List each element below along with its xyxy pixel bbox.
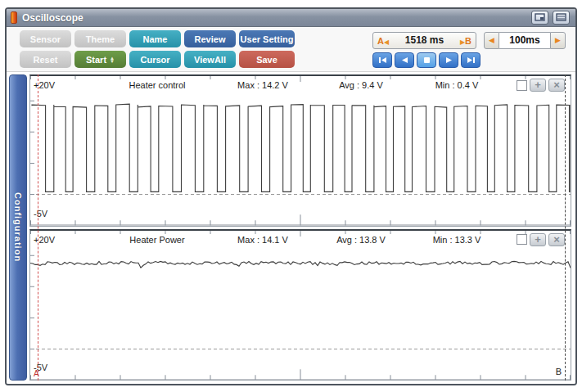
- vmax-label: +20V: [34, 80, 101, 90]
- ab-range-display[interactable]: A◀ 1518 ms ▶B: [372, 32, 476, 49]
- toolbar-button-grid: Sensor Theme Name Review User Setting Re…: [20, 30, 295, 68]
- skip-to-start-button[interactable]: [372, 52, 392, 68]
- timebase-increase-button[interactable]: ▶: [550, 32, 566, 49]
- minimize-window-button[interactable]: [553, 11, 570, 25]
- vmin-label: -5V: [34, 209, 47, 219]
- theme-button[interactable]: Theme: [74, 30, 126, 47]
- channel-name: Heater control: [101, 80, 214, 90]
- app-flame-icon: [11, 11, 17, 24]
- cursor-a-marker: A: [34, 369, 39, 378]
- step-right-icon: ▶: [555, 36, 561, 44]
- channel-name: Heater Power: [101, 235, 214, 245]
- close-channel-button[interactable]: ×: [548, 79, 565, 92]
- add-channel-button[interactable]: +: [530, 79, 546, 92]
- restore-window-button[interactable]: [531, 11, 548, 25]
- close-channel-button[interactable]: ×: [548, 233, 565, 246]
- toolbar: Sensor Theme Name Review User Setting Re…: [7, 27, 575, 72]
- avg-readout: Avg : 13.8 V: [312, 235, 410, 245]
- panel-header: +20V Heater control Max : 14.2 V Avg : 9…: [30, 76, 571, 92]
- play-button[interactable]: [439, 52, 458, 68]
- sensor-button[interactable]: Sensor: [20, 30, 71, 47]
- avg-readout: Avg : 9.4 V: [312, 80, 410, 90]
- vmax-label: +20V: [34, 235, 101, 245]
- channel-select-checkbox[interactable]: [517, 234, 527, 245]
- viewall-button[interactable]: ViewAll: [184, 51, 236, 68]
- reset-button[interactable]: Reset: [20, 51, 71, 68]
- time-controls: A◀ 1518 ms ▶B ◀ 100ms ▶: [372, 31, 566, 68]
- start-button[interactable]: Start ▲▼: [74, 51, 126, 68]
- start-button-label: Start: [86, 55, 106, 65]
- ab-range-value: 1518 ms: [405, 34, 444, 46]
- max-readout: Max : 14.1 V: [214, 235, 312, 245]
- waveform-chart-heater-control[interactable]: -5V: [30, 92, 571, 226]
- save-button[interactable]: Save: [239, 51, 295, 68]
- min-readout: Min : 13.3 V: [410, 235, 503, 245]
- play-icon: [445, 56, 453, 64]
- channel-select-checkbox[interactable]: [517, 80, 527, 91]
- review-button[interactable]: Review: [184, 30, 236, 47]
- name-button[interactable]: Name: [129, 30, 181, 47]
- minimize-window-icon: [556, 13, 566, 22]
- user-setting-button[interactable]: User Setting: [239, 30, 295, 47]
- title-bar: Oscilloscope: [7, 9, 575, 27]
- cursor-b-label: B: [465, 36, 471, 46]
- skip-to-start-icon: [378, 56, 387, 64]
- skip-to-end-button[interactable]: [461, 52, 480, 68]
- step-left-icon: ◀: [489, 36, 494, 44]
- panel-header: +20V Heater Power Max : 14.1 V Avg : 13.…: [30, 231, 571, 247]
- scope-panel-heater-control: +20V Heater control Max : 14.2 V Avg : 9…: [29, 74, 571, 227]
- scope-panel-heater-power: +20V Heater Power Max : 14.1 V Avg : 13.…: [29, 229, 571, 381]
- configuration-tab[interactable]: Configuration: [9, 74, 27, 381]
- min-readout: Min : 0.4 V: [410, 80, 503, 90]
- timebase-control: ◀ 100ms ▶: [484, 32, 566, 49]
- main-area: Configuration +20V Heater control Max : …: [7, 72, 575, 384]
- stop-icon: [423, 56, 431, 64]
- restore-window-icon: [535, 13, 545, 22]
- playback-controls: [372, 52, 480, 68]
- step-back-icon: [401, 56, 408, 64]
- skip-to-end-icon: [467, 56, 476, 64]
- timebase-value: 100ms: [499, 32, 550, 49]
- oscilloscope-window: Oscilloscope Sensor Theme Name R: [5, 7, 577, 385]
- max-readout: Max : 14.2 V: [214, 80, 312, 90]
- cursor-b-marker: B: [556, 367, 562, 376]
- timebase-decrease-button[interactable]: ◀: [484, 32, 499, 49]
- window-title: Oscilloscope: [22, 12, 83, 24]
- scope-panels: +20V Heater control Max : 14.2 V Avg : 9…: [29, 74, 571, 381]
- cursor-button[interactable]: Cursor: [129, 51, 181, 68]
- stop-button[interactable]: [417, 52, 436, 68]
- start-spinner-icon: ▲▼: [110, 56, 115, 63]
- add-channel-button[interactable]: +: [530, 233, 546, 246]
- a-left-arrow-icon: ◀: [384, 38, 389, 46]
- step-back-button[interactable]: [395, 52, 414, 68]
- waveform-chart-heater-power[interactable]: -5V B: [30, 247, 571, 381]
- cursor-a-label: A: [377, 36, 384, 46]
